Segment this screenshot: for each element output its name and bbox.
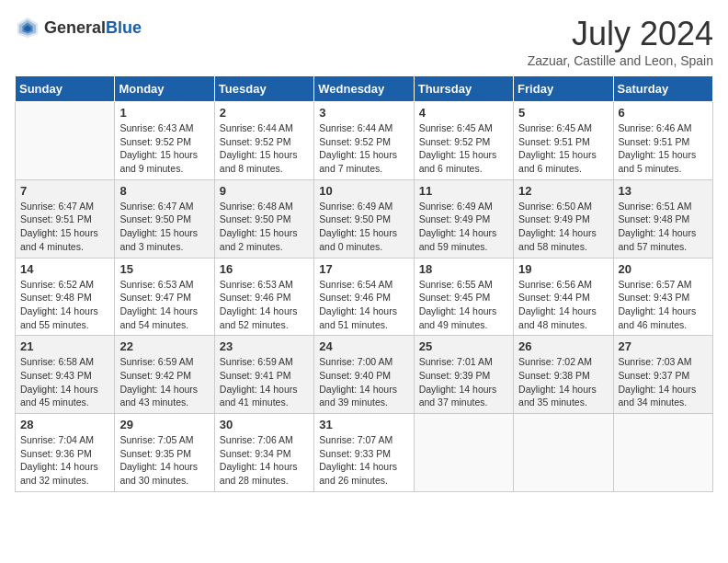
calendar-cell: 23Sunrise: 6:59 AMSunset: 9:41 PMDayligh… (214, 336, 313, 414)
cell-content: Sunrise: 7:02 AMSunset: 9:38 PMDaylight:… (518, 355, 608, 409)
day-number: 22 (119, 339, 209, 353)
logo-blue: Blue (106, 18, 142, 37)
calendar-cell: 17Sunrise: 6:54 AMSunset: 9:46 PMDayligh… (314, 258, 414, 336)
calendar-table: SundayMondayTuesdayWednesdayThursdayFrid… (15, 75, 713, 492)
calendar-cell (414, 414, 513, 492)
calendar-cell: 14Sunrise: 6:52 AMSunset: 9:48 PMDayligh… (16, 258, 115, 336)
day-number: 15 (119, 262, 209, 276)
day-number: 29 (119, 418, 209, 431)
calendar-cell: 25Sunrise: 7:01 AMSunset: 9:39 PMDayligh… (414, 336, 513, 414)
day-number: 4 (419, 106, 508, 120)
calendar-week-row: 14Sunrise: 6:52 AMSunset: 9:48 PMDayligh… (16, 258, 713, 336)
calendar-cell: 24Sunrise: 7:00 AMSunset: 9:40 PMDayligh… (314, 336, 414, 414)
day-number: 1 (119, 106, 209, 120)
day-number: 19 (518, 262, 608, 276)
cell-content: Sunrise: 6:56 AMSunset: 9:44 PMDaylight:… (518, 278, 608, 332)
calendar-cell: 1Sunrise: 6:43 AMSunset: 9:52 PMDaylight… (115, 102, 214, 180)
cell-content: Sunrise: 6:49 AMSunset: 9:49 PMDaylight:… (419, 200, 508, 254)
cell-content: Sunrise: 6:54 AMSunset: 9:46 PMDaylight:… (319, 278, 408, 332)
calendar-cell: 7Sunrise: 6:47 AMSunset: 9:51 PMDaylight… (16, 179, 115, 258)
header-day-saturday: Saturday (613, 76, 712, 102)
cell-content: Sunrise: 6:57 AMSunset: 9:43 PMDaylight:… (619, 278, 708, 332)
day-number: 28 (20, 418, 109, 431)
calendar-cell: 5Sunrise: 6:45 AMSunset: 9:51 PMDaylight… (514, 102, 613, 180)
calendar-cell: 26Sunrise: 7:02 AMSunset: 9:38 PMDayligh… (514, 336, 613, 414)
page-header: GeneralBlue July 2024 Zazuar, Castille a… (15, 15, 713, 68)
cell-content: Sunrise: 6:43 AMSunset: 9:52 PMDaylight:… (119, 121, 209, 176)
day-number: 14 (20, 262, 109, 276)
cell-content: Sunrise: 6:45 AMSunset: 9:52 PMDaylight:… (419, 121, 508, 176)
calendar-cell: 3Sunrise: 6:44 AMSunset: 9:52 PMDaylight… (314, 102, 414, 180)
calendar-cell: 11Sunrise: 6:49 AMSunset: 9:49 PMDayligh… (414, 179, 513, 258)
header-day-sunday: Sunday (16, 76, 115, 102)
header-day-thursday: Thursday (414, 76, 513, 102)
location-title: Zazuar, Castille and Leon, Spain (528, 53, 713, 68)
calendar-cell (16, 102, 115, 180)
calendar-cell: 18Sunrise: 6:55 AMSunset: 9:45 PMDayligh… (414, 258, 513, 336)
calendar-week-row: 1Sunrise: 6:43 AMSunset: 9:52 PMDaylight… (16, 102, 713, 180)
day-number: 9 (220, 184, 309, 198)
day-number: 23 (220, 339, 309, 353)
logo-general: General (44, 18, 106, 37)
cell-content: Sunrise: 7:01 AMSunset: 9:39 PMDaylight:… (419, 355, 508, 409)
cell-content: Sunrise: 6:50 AMSunset: 9:49 PMDaylight:… (518, 200, 608, 254)
day-number: 24 (319, 339, 408, 353)
calendar-cell: 20Sunrise: 6:57 AMSunset: 9:43 PMDayligh… (613, 258, 712, 336)
day-number: 27 (619, 339, 708, 353)
day-number: 30 (220, 418, 309, 431)
calendar-cell: 21Sunrise: 6:58 AMSunset: 9:43 PMDayligh… (16, 336, 115, 414)
cell-content: Sunrise: 6:52 AMSunset: 9:48 PMDaylight:… (20, 278, 109, 332)
cell-content: Sunrise: 6:46 AMSunset: 9:51 PMDaylight:… (619, 121, 708, 176)
calendar-header-row: SundayMondayTuesdayWednesdayThursdayFrid… (16, 76, 713, 102)
calendar-cell: 2Sunrise: 6:44 AMSunset: 9:52 PMDaylight… (214, 102, 313, 180)
day-number: 7 (20, 184, 109, 198)
calendar-cell: 22Sunrise: 6:59 AMSunset: 9:42 PMDayligh… (115, 336, 214, 414)
day-number: 25 (419, 339, 508, 353)
cell-content: Sunrise: 6:53 AMSunset: 9:46 PMDaylight:… (220, 278, 309, 332)
cell-content: Sunrise: 6:48 AMSunset: 9:50 PMDaylight:… (220, 200, 309, 254)
day-number: 18 (419, 262, 508, 276)
cell-content: Sunrise: 7:06 AMSunset: 9:34 PMDaylight:… (220, 433, 309, 488)
day-number: 2 (220, 106, 309, 120)
cell-content: Sunrise: 7:00 AMSunset: 9:40 PMDaylight:… (319, 355, 408, 409)
cell-content: Sunrise: 6:55 AMSunset: 9:45 PMDaylight:… (419, 278, 508, 332)
calendar-cell: 19Sunrise: 6:56 AMSunset: 9:44 PMDayligh… (514, 258, 613, 336)
logo-text: GeneralBlue (44, 18, 142, 38)
calendar-cell: 27Sunrise: 7:03 AMSunset: 9:37 PMDayligh… (613, 336, 712, 414)
header-day-monday: Monday (115, 76, 214, 102)
logo-icon (15, 15, 40, 40)
day-number: 12 (518, 184, 608, 198)
calendar-cell: 28Sunrise: 7:04 AMSunset: 9:36 PMDayligh… (16, 414, 115, 492)
calendar-cell: 10Sunrise: 6:49 AMSunset: 9:50 PMDayligh… (314, 179, 414, 258)
cell-content: Sunrise: 6:58 AMSunset: 9:43 PMDaylight:… (20, 355, 109, 409)
day-number: 10 (319, 184, 408, 198)
title-block: July 2024 Zazuar, Castille and Leon, Spa… (528, 15, 713, 68)
calendar-cell: 15Sunrise: 6:53 AMSunset: 9:47 PMDayligh… (115, 258, 214, 336)
cell-content: Sunrise: 6:45 AMSunset: 9:51 PMDaylight:… (518, 121, 608, 176)
calendar-cell: 16Sunrise: 6:53 AMSunset: 9:46 PMDayligh… (214, 258, 313, 336)
header-day-friday: Friday (514, 76, 613, 102)
header-day-wednesday: Wednesday (314, 76, 414, 102)
day-number: 21 (20, 339, 109, 353)
month-title: July 2024 (528, 15, 713, 53)
logo: GeneralBlue (15, 15, 142, 40)
calendar-cell (613, 414, 712, 492)
day-number: 31 (319, 418, 408, 431)
cell-content: Sunrise: 6:44 AMSunset: 9:52 PMDaylight:… (319, 121, 408, 176)
cell-content: Sunrise: 6:49 AMSunset: 9:50 PMDaylight:… (319, 200, 408, 254)
calendar-cell: 13Sunrise: 6:51 AMSunset: 9:48 PMDayligh… (613, 179, 712, 258)
cell-content: Sunrise: 7:05 AMSunset: 9:35 PMDaylight:… (119, 433, 209, 488)
day-number: 5 (518, 106, 608, 120)
calendar-week-row: 7Sunrise: 6:47 AMSunset: 9:51 PMDaylight… (16, 179, 713, 258)
cell-content: Sunrise: 7:03 AMSunset: 9:37 PMDaylight:… (619, 355, 708, 409)
day-number: 6 (619, 106, 708, 120)
calendar-cell (514, 414, 613, 492)
day-number: 3 (319, 106, 408, 120)
cell-content: Sunrise: 6:53 AMSunset: 9:47 PMDaylight:… (119, 278, 209, 332)
day-number: 8 (119, 184, 209, 198)
day-number: 26 (518, 339, 608, 353)
cell-content: Sunrise: 6:47 AMSunset: 9:51 PMDaylight:… (20, 200, 109, 254)
calendar-cell: 6Sunrise: 6:46 AMSunset: 9:51 PMDaylight… (613, 102, 712, 180)
cell-content: Sunrise: 6:51 AMSunset: 9:48 PMDaylight:… (619, 200, 708, 254)
cell-content: Sunrise: 6:59 AMSunset: 9:42 PMDaylight:… (119, 355, 209, 409)
